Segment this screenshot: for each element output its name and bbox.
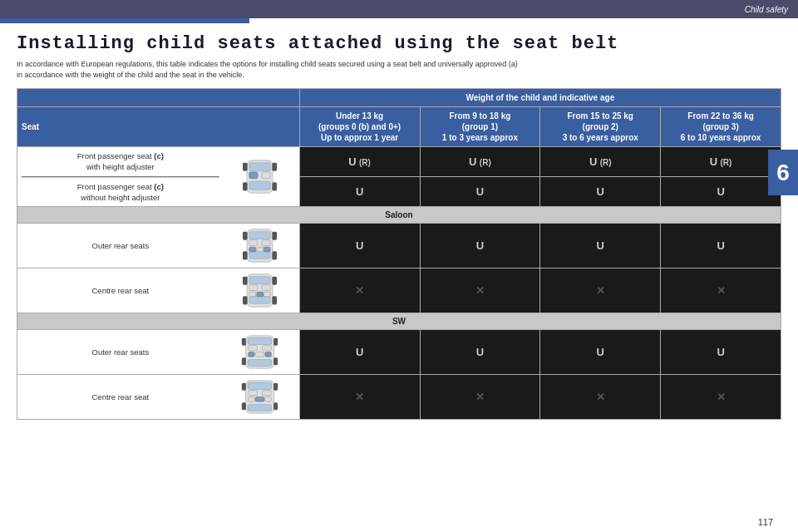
saloon-outer-col2: U [540, 224, 661, 268]
table-row-front-with-adj: Front passenger seat (c)with height adju… [17, 147, 781, 177]
col-header-0: Under 13 kg(groups 0 (b) and 0+)Up to ap… [299, 107, 420, 147]
svg-rect-3 [249, 172, 258, 179]
svg-rect-38 [248, 352, 254, 357]
chapter-badge: 6 [768, 150, 798, 195]
svg-rect-26 [249, 293, 256, 298]
sw-centre-col3: ✕ [661, 375, 781, 420]
svg-rect-16 [257, 248, 264, 253]
svg-rect-2 [249, 181, 270, 190]
svg-rect-27 [264, 293, 270, 298]
svg-rect-30 [272, 277, 277, 285]
top-bar-title: Child safety [745, 5, 788, 14]
svg-rect-17 [243, 232, 248, 240]
svg-rect-37 [262, 346, 271, 351]
saloon-outer-label: Outer rear seats [22, 240, 219, 251]
svg-rect-24 [249, 285, 258, 291]
svg-rect-36 [248, 346, 257, 351]
front-adj-col3: U (R) [661, 147, 781, 177]
svg-rect-8 [272, 183, 277, 191]
front-noadj-col2: U [540, 177, 661, 207]
sw-centre-col0: ✕ [299, 375, 420, 420]
svg-rect-53 [242, 383, 246, 391]
svg-rect-25 [262, 285, 270, 291]
svg-rect-42 [273, 338, 278, 346]
front-adj-col1: U (R) [420, 147, 540, 177]
saloon-outer-seat-cell: Outer rear seats [17, 224, 300, 268]
saloon-centre-col0: ✕ [299, 268, 420, 313]
saloon-centre-col3: ✕ [661, 268, 781, 313]
car-sw-centre-icon [224, 378, 295, 416]
svg-rect-43 [242, 358, 246, 366]
car-saloon-centre-icon [224, 272, 295, 309]
table-header-weight-row: Weight of the child and indicative age [17, 89, 781, 107]
svg-rect-40 [255, 352, 264, 357]
page-title: Installing child seats attached using th… [17, 33, 781, 54]
svg-rect-22 [249, 277, 270, 284]
svg-rect-48 [248, 391, 257, 396]
table-row-sw-centre: Centre rear seat [17, 375, 781, 420]
sw-centre-seat-cell: Centre rear seat [17, 375, 300, 420]
section-saloon: Saloon [17, 207, 781, 224]
svg-rect-15 [264, 248, 270, 253]
svg-rect-31 [243, 297, 248, 305]
front-noadj-col1: U [420, 177, 540, 207]
sw-outer-seat-cell: Outer rear seats [17, 330, 300, 375]
svg-rect-39 [265, 352, 271, 357]
svg-rect-10 [249, 232, 270, 239]
svg-rect-13 [262, 240, 270, 246]
svg-rect-7 [243, 183, 248, 191]
saloon-label: Saloon [17, 207, 781, 224]
page-subtitle: In accordance with European regulations,… [17, 59, 698, 80]
svg-rect-12 [249, 240, 258, 246]
front-noadj-col3: U [661, 177, 781, 207]
svg-rect-47 [248, 405, 272, 411]
sw-centre-col1: ✕ [420, 375, 540, 420]
page-number: 117 [758, 517, 773, 527]
table-row-sw-outer: Outer rear seats [17, 330, 781, 375]
svg-rect-51 [265, 397, 271, 402]
top-bar: Child safety [0, 0, 798, 18]
svg-rect-56 [273, 403, 278, 411]
saloon-outer-col3: U [661, 224, 781, 268]
saloon-centre-label: Centre rear seat [22, 285, 219, 296]
seat-front-with-adj-label: Front passenger seat (c)with height adju… [22, 150, 219, 203]
seat-col-header [17, 89, 300, 107]
table-row-saloon-centre: Centre rear seat [17, 268, 781, 313]
svg-rect-1 [249, 163, 270, 171]
sw-outer-label: Outer rear seats [22, 347, 219, 357]
svg-rect-29 [243, 277, 248, 285]
sw-centre-col2: ✕ [540, 375, 661, 420]
svg-rect-34 [248, 337, 272, 344]
sw-label: SW [17, 313, 781, 330]
svg-rect-50 [248, 397, 254, 402]
svg-rect-6 [272, 163, 277, 171]
svg-rect-18 [272, 232, 277, 240]
sw-outer-col2: U [540, 330, 661, 375]
svg-rect-35 [248, 360, 272, 367]
saloon-outer-col0: U [299, 224, 420, 268]
svg-rect-55 [242, 403, 246, 411]
svg-rect-41 [242, 338, 246, 346]
sw-outer-col1: U [420, 330, 540, 375]
svg-rect-4 [262, 172, 270, 179]
front-noadj-col0: U [299, 177, 420, 207]
svg-rect-11 [249, 252, 270, 259]
saloon-outer-col1: U [420, 224, 540, 268]
car-sw-outer-icon [224, 333, 295, 371]
col-header-1: From 9 to 18 kg(group 1)1 to 3 years app… [420, 107, 540, 147]
sw-outer-col3: U [661, 330, 781, 375]
front-adj-col0: U (R) [299, 147, 420, 177]
col-header-2: From 15 to 25 kg(group 2)3 to 6 years ap… [540, 107, 661, 147]
seat-label-header: Seat [17, 107, 300, 147]
sw-outer-col0: U [299, 330, 420, 375]
car-top-view-icon [224, 158, 295, 195]
svg-rect-52 [255, 397, 264, 402]
svg-rect-32 [272, 297, 277, 305]
svg-rect-23 [249, 297, 270, 304]
svg-rect-19 [243, 252, 248, 260]
main-content: Installing child seats attached using th… [0, 23, 798, 428]
svg-rect-14 [249, 248, 256, 253]
section-sw: SW [17, 313, 781, 330]
table-row-saloon-outer: Outer rear seats [17, 224, 781, 268]
svg-rect-28 [257, 293, 264, 298]
